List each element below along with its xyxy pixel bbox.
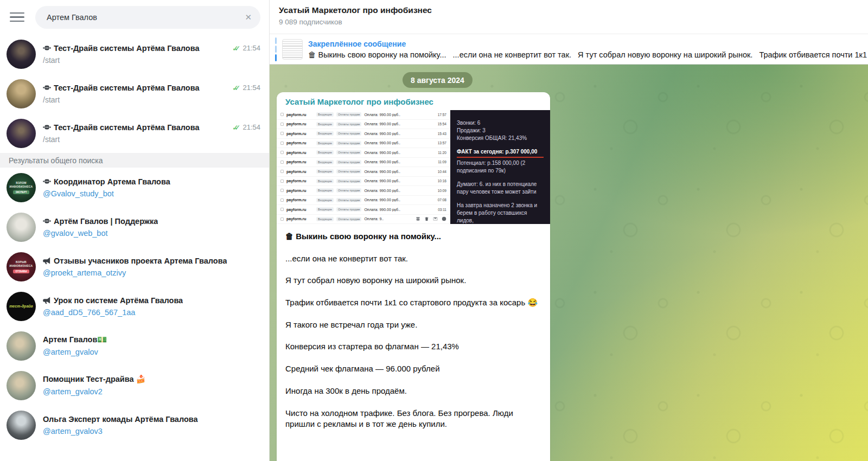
avatar <box>7 79 36 108</box>
search-input[interactable]: Артем Гвалов ✕ <box>35 6 260 29</box>
email-row: payform.ru Входящие Оплаты продаж Оплата… <box>277 215 450 225</box>
checkbox-icon <box>280 189 284 192</box>
chat-item-body: Тест-Драйв системы Артёма Гвалова ✓✓21:5… <box>43 123 260 144</box>
sidebar-topbar: Артем Гвалов ✕ <box>0 0 269 34</box>
result-body: Артем Гвалов💵 @artem_gvalov <box>43 335 260 356</box>
email-tag: Входящие <box>316 131 334 136</box>
mail-icon <box>433 216 438 221</box>
avatar <box>7 213 36 242</box>
pinned-indicator <box>275 37 277 61</box>
result-body: Отзывы учасников проекта Артема Гвалова … <box>43 257 260 277</box>
email-subject: Оплата: 990.00 руб.. <box>364 170 435 174</box>
trash-icon <box>424 216 429 221</box>
message-paragraph: ...если она не конвертит вот так. <box>285 253 541 265</box>
message-paragraph: Трафик отбивается почти 1к1 со стартовог… <box>285 297 541 309</box>
email-time: 10:16 <box>438 179 446 183</box>
result-title: Отзывы учасников проекта Артема Гвалова <box>54 257 227 265</box>
search-result-item[interactable]: Артём Гвалов | Поддержка @gvalov_web_bot <box>0 207 269 247</box>
message-history: 8 августа 2024 Усатый Маркетолог про инф… <box>270 65 868 461</box>
chat-title: Тест-Драйв системы Артёма Гвалова <box>54 123 200 132</box>
email-subject: Оплата: 990.00 руб.. <box>364 208 435 212</box>
chat-item[interactable]: Тест-Драйв системы Артёма Гвалова ✓✓21:5… <box>0 74 269 113</box>
result-username: @aad_dD5_766_567_1aa <box>43 308 260 317</box>
email-sender: payform.ru <box>286 151 314 155</box>
email-subject: Оплата: 990.00 руб.. <box>364 160 435 164</box>
email-tag: Входящие <box>316 122 334 126</box>
result-title: Помощник Тест-драйва 🍰 <box>43 375 146 384</box>
email-row: payform.ru Входящие Оплаты продаж Оплата… <box>277 177 450 187</box>
result-body: Артём Гвалов | Поддержка @gvalov_web_bot <box>43 217 260 238</box>
pinned-preview: 🗑 Выкинь свою воронку на помойку... ...е… <box>308 50 868 59</box>
chat-last-message: /start <box>43 56 260 65</box>
email-subject: Оплата: 990.00 руб.. <box>364 179 435 183</box>
avatar-badge: ОТЗЫВЫ <box>13 270 29 273</box>
email-tag: Входящие <box>316 188 334 193</box>
email-sender: payform.ru <box>286 122 314 126</box>
result-title: Урок по системе Артёма Гвалова <box>54 296 183 305</box>
email-time: 11:20 <box>438 151 446 155</box>
avatar <box>7 40 36 69</box>
email-tag: Входящие <box>316 198 334 202</box>
search-result-item[interactable]: ВЗЛОМ ИНФОБИЗНЕСА ЭКСПЕРТ Координатор Ар… <box>0 168 269 207</box>
email-subject: Оплата: 990.00 руб.. <box>364 132 435 136</box>
email-tag: Оплаты продаж <box>336 179 361 183</box>
clear-search-icon[interactable]: ✕ <box>245 13 252 21</box>
result-body: Урок по системе Артёма Гвалова @aad_dD5_… <box>43 296 260 317</box>
email-subject: Оплата: 9.. <box>364 217 384 221</box>
chat-item[interactable]: Тест-Драйв системы Артёма Гвалова ✓✓21:5… <box>0 113 269 153</box>
search-result-item[interactable]: тест-драйв Урок по системе Артёма Гвалов… <box>0 286 269 326</box>
email-row: payform.ru Входящие Оплаты продаж Оплата… <box>277 158 450 168</box>
search-result-item[interactable]: Ольга Эксперт комады Артёма Гвалова @art… <box>0 405 269 445</box>
email-tag: Оплаты продаж <box>336 131 361 136</box>
message-channel-name[interactable]: Усатый Маркетолог про инфобизнес <box>277 92 550 110</box>
avatar: ВЗЛОМ ИНФОБИЗНЕСА ЭКСПЕРТ <box>7 173 36 202</box>
menu-button[interactable] <box>10 12 24 22</box>
message-paragraph: Я такого не встречал года три уже. <box>285 319 541 331</box>
chat-header[interactable]: Усатый Маркетолог про инфобизнес 9 089 п… <box>270 0 868 34</box>
chat-time: 21:54 <box>242 84 260 92</box>
checkbox-icon <box>280 161 284 164</box>
message-photo[interactable]: payform.ru Входящие Оплаты продаж Оплата… <box>277 110 550 224</box>
email-tag: Оплаты продаж <box>336 150 361 155</box>
bot-icon <box>43 84 51 92</box>
bot-icon <box>43 123 51 131</box>
pinned-message-bar[interactable]: Закреплённое сообщение 🗑 Выкинь свою вор… <box>270 34 868 65</box>
chat-item-body: Тест-Драйв системы Артёма Гвалова ✓✓21:5… <box>43 84 260 104</box>
date-badge[interactable]: 8 августа 2024 <box>403 72 473 88</box>
email-subject: Оплата: 990.00 руб.. <box>364 113 435 117</box>
archive-icon <box>416 216 420 221</box>
email-row: payform.ru Входящие Оплаты продаж Оплата… <box>277 120 450 130</box>
result-username: @artem_gvalov <box>43 348 260 356</box>
email-row: payform.ru Входящие Оплаты продаж Оплата… <box>277 196 450 206</box>
email-time: 13:57 <box>438 141 446 145</box>
checkbox-icon <box>280 170 284 173</box>
chat-item[interactable]: Тест-Драйв системы Артёма Гвалова ✓✓21:5… <box>0 34 269 74</box>
email-sender: payform.ru <box>286 132 314 136</box>
avatar: ВЗРЫВ ИНФОБИЗНЕСА ОТЗЫВЫ <box>7 252 36 281</box>
email-tag: Входящие <box>316 169 334 174</box>
search-result-item[interactable]: ВЗРЫВ ИНФОБИЗНЕСА ОТЗЫВЫ Отзывы учаснико… <box>0 247 269 286</box>
checkbox-icon <box>280 123 284 126</box>
email-subject: Оплата: 990.00 руб.. <box>364 141 435 145</box>
avatar <box>7 119 36 148</box>
search-result-item[interactable]: Помощник Тест-драйва 🍰 @artem_gvalov2 <box>0 366 269 405</box>
bot-icon <box>43 177 51 185</box>
read-checks-icon: ✓✓ <box>232 123 236 132</box>
avatar <box>7 331 36 361</box>
result-username: @gvalov_web_bot <box>43 229 260 238</box>
email-time: 17:57 <box>438 113 446 117</box>
result-body: Ольга Эксперт комады Артёма Гвалова @art… <box>43 415 260 436</box>
email-time: 10:44 <box>438 170 446 174</box>
email-sender: payform.ru <box>286 198 314 202</box>
email-row: payform.ru Входящие Оплаты продаж Оплата… <box>277 139 450 149</box>
email-subject: Оплата: 990.00 руб.. <box>364 122 435 126</box>
search-result-item[interactable]: Артем Гвалов💵 @artem_gvalov <box>0 326 269 366</box>
email-row: payform.ru Входящие Оплаты продаж Оплата… <box>277 186 450 196</box>
result-title: Ольга Эксперт комады Артёма Гвалова <box>43 415 198 424</box>
email-tag: Оплаты продаж <box>336 160 361 164</box>
checkbox-icon <box>280 208 284 211</box>
stat-thinking: Думают: 6. из них в потенциале пару чело… <box>457 181 544 196</box>
email-row: payform.ru Входящие Оплаты продаж Оплата… <box>277 167 450 177</box>
pinned-title: Закреплённое сообщение <box>308 40 868 48</box>
message-paragraph: Чисто на холодном трафике. Без блога. Бе… <box>285 408 541 430</box>
